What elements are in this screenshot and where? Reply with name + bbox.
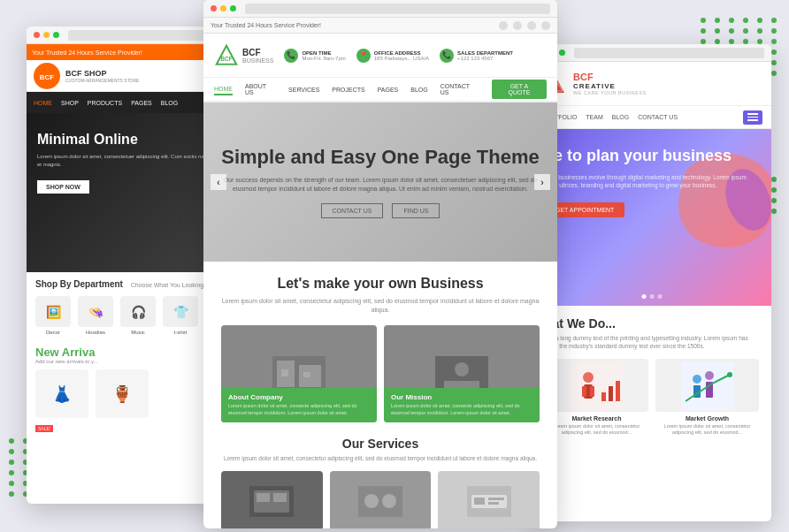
- biz-topbar-text: Your Trusted 24 Hours Service Provider!: [211, 22, 321, 28]
- shop-product-2[interactable]: 🏺: [96, 369, 149, 434]
- svg-rect-33: [609, 386, 613, 401]
- shop-logo-circle: BCF: [34, 63, 60, 89]
- biz-services-sub: Lorem ipsum dolor sit amet, consectetur …: [221, 454, 540, 462]
- social-icon-2[interactable]: [513, 21, 522, 30]
- creative-services-grid: Market Research Lorem ipsum dolor sit am…: [545, 359, 759, 436]
- social-icon-1[interactable]: [499, 21, 508, 30]
- shop-cat-hoodies[interactable]: 👒 Hoodies: [78, 296, 113, 335]
- biz-nav-contact[interactable]: CONTACT US: [440, 81, 479, 97]
- biz-contact-sales: 📞 SALES DEPARTMENT +122 123 4567: [440, 49, 513, 63]
- svg-rect-11: [444, 381, 479, 388]
- creative-logo-text: BCF CREATIVE WE CARE YOUR BUSINESS: [573, 72, 647, 95]
- svg-point-18: [382, 494, 396, 508]
- shop-cat-img-hoodies: 👒: [78, 296, 113, 327]
- shop-nav-shop[interactable]: SHOP: [61, 100, 79, 106]
- svg-rect-30: [582, 386, 586, 397]
- biz-service-img-3: [438, 471, 540, 528]
- minimize-icon[interactable]: [43, 32, 50, 38]
- biz-business-section: Let's make your own Business Lorem ipsum…: [203, 262, 557, 437]
- url-bar-biz[interactable]: [245, 4, 550, 14]
- creative-nav: PORTFOLIO TEAM BLOG CONTACT US: [532, 106, 771, 129]
- svg-point-40: [727, 372, 732, 377]
- biz-feature-1: About Company Lorem ipsum dolor sit amet…: [221, 325, 377, 422]
- maximize-icon-creative[interactable]: [559, 49, 565, 56]
- creative-nav-team[interactable]: TEAM: [586, 114, 602, 120]
- browser-bar-business: [203, 0, 557, 18]
- biz-nav-projects[interactable]: PROJECTS: [332, 85, 364, 95]
- window-creative: BCF CREATIVE WE CARE YOUR BUSINESS PORTF…: [532, 44, 771, 521]
- creative-service-text-2: Lorem ipsum dolor sit amet, consectetur …: [655, 423, 759, 436]
- shop-cat-tshirt[interactable]: 👕 t-shirt: [163, 296, 198, 335]
- biz-contact-button[interactable]: CONTACT US: [321, 203, 384, 218]
- shop-cat-img-decor: 🖼️: [35, 296, 71, 327]
- close-icon-biz[interactable]: [211, 5, 217, 11]
- creative-logo-tagline: WE CARE YOUR BUSINESS: [573, 90, 647, 95]
- creative-nav-contact[interactable]: CONTACT US: [638, 114, 678, 120]
- biz-contact-address: 📍 OFFICE ADDRESS 185 Parkways... USA/A: [356, 49, 429, 63]
- biz-nav-services[interactable]: SERVICES: [288, 85, 319, 95]
- social-icon-4[interactable]: [541, 21, 550, 30]
- maximize-icon-biz[interactable]: [230, 5, 236, 11]
- shop-cat-label-decor: Decor: [46, 330, 60, 335]
- social-icon-3[interactable]: [527, 21, 536, 30]
- shop-nav-pages[interactable]: PAGES: [131, 100, 152, 106]
- creative-service-img-1: [545, 359, 648, 412]
- window-business: Your Trusted 24 Hours Service Provider! …: [203, 0, 557, 528]
- biz-nav: HOME ABOUT US SERVICES PROJECTS PAGES BL…: [203, 78, 557, 103]
- hamburger-menu-button[interactable]: [743, 110, 762, 125]
- biz-logo-name: BCF: [242, 48, 273, 57]
- svg-rect-7: [281, 369, 288, 376]
- shop-product-img-2: 🏺: [96, 369, 149, 418]
- close-icon[interactable]: [34, 32, 40, 38]
- hero-dot-1[interactable]: [642, 294, 647, 299]
- creative-logo-name: BCF: [573, 72, 647, 82]
- biz-findus-button[interactable]: FIND US: [392, 203, 440, 218]
- biz-nav-about[interactable]: ABOUT US: [245, 81, 276, 97]
- url-bar-creative[interactable]: [574, 48, 764, 58]
- shop-cat-decor[interactable]: 🖼️ Decor: [35, 296, 71, 335]
- shop-nav-blog[interactable]: BLOG: [161, 100, 178, 106]
- biz-topbar-icons: [499, 21, 550, 30]
- creative-section-text: It is a long dummy text of the printing …: [545, 334, 759, 350]
- biz-logo-sub: BUSINESS: [242, 57, 273, 64]
- maximize-icon[interactable]: [53, 32, 59, 38]
- svg-text:BCF: BCF: [221, 55, 233, 61]
- biz-feature-overlay-1: About Company Lorem ipsum dolor sit amet…: [221, 388, 377, 422]
- biz-services-grid: [221, 471, 540, 528]
- windows-container: Your Trusted 24 Hours Service Provider! …: [0, 0, 789, 532]
- svg-text:BCF: BCF: [40, 73, 55, 81]
- creative-topbar: BCF CREATIVE WE CARE YOUR BUSINESS: [532, 62, 771, 106]
- biz-logo-icon: BCF: [214, 43, 239, 68]
- biz-feature-text-2: Lorem ipsum dolor sit amet, consecte adi…: [391, 403, 532, 416]
- product-badge-1: SALE!: [35, 425, 53, 432]
- svg-rect-32: [601, 392, 606, 401]
- hero-dot-2[interactable]: [650, 294, 655, 299]
- biz-nav-quote-button[interactable]: GET A QUOTE: [492, 80, 547, 99]
- biz-feature-title-1: About Company: [228, 393, 370, 401]
- minimize-icon-biz[interactable]: [220, 5, 226, 11]
- shop-topbar-text: Your Trusted 24 Hours Service Provider!: [32, 49, 142, 56]
- shop-hero-button[interactable]: SHOP NOW: [37, 180, 89, 194]
- shop-cat-music[interactable]: 🎧 Music: [120, 296, 156, 335]
- biz-nav-pages[interactable]: PAGES: [378, 85, 399, 95]
- creative-section-title: hat We Do...: [545, 316, 759, 331]
- hero-next-button[interactable]: ›: [534, 174, 550, 190]
- shop-logo-tagline: CUSTOM ARRANGEMENTS STORE: [65, 78, 139, 83]
- shop-product-img-1: 👗: [35, 369, 88, 418]
- shop-nav-home[interactable]: HOME: [34, 100, 52, 106]
- biz-nav-home[interactable]: HOME: [214, 84, 233, 95]
- creative-nav-blog[interactable]: BLOG: [612, 114, 629, 120]
- biz-hero: ‹ Simple and Easy One Page Theme Our suc…: [203, 103, 557, 262]
- menu-line-1: [747, 113, 758, 115]
- hero-dot-3[interactable]: [658, 294, 663, 299]
- biz-nav-blog[interactable]: BLOG: [410, 85, 427, 95]
- shop-product-1[interactable]: 👗 SALE!: [35, 369, 88, 434]
- biz-features: About Company Lorem ipsum dolor sit amet…: [221, 325, 540, 422]
- biz-service-img-2: [330, 471, 432, 528]
- creative-hero-title: ve to plan your business: [545, 147, 759, 166]
- shop-cat-img-music: 🎧: [120, 296, 156, 327]
- biz-logo: BCF BCF BUSINESS: [214, 43, 273, 68]
- hero-prev-button[interactable]: ‹: [211, 174, 226, 190]
- shop-nav-products[interactable]: PRODUCTS: [88, 100, 122, 106]
- svg-point-38: [705, 371, 714, 380]
